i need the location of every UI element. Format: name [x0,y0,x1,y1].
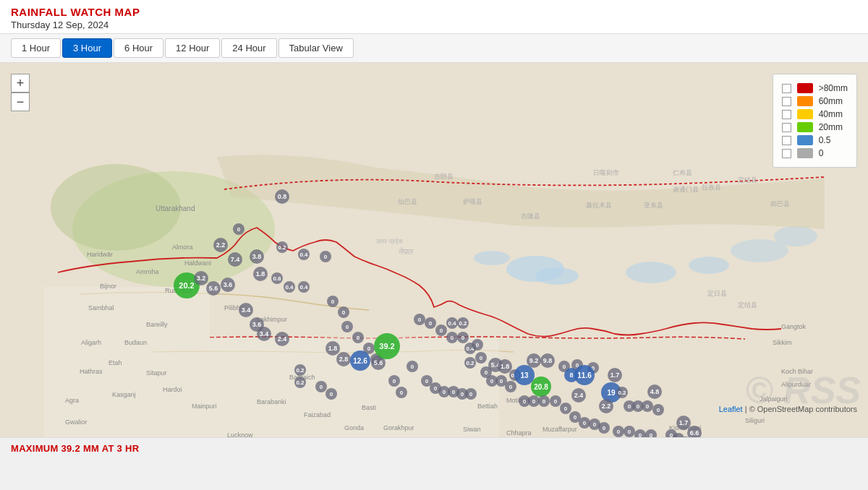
zoom-out-button[interactable]: − [11,93,30,111]
marker[interactable]: 3.4 [257,327,271,341]
marker[interactable]: 0 [341,321,353,332]
marker[interactable]: 0 [634,429,646,437]
leaflet-link[interactable]: Leaflet [719,405,743,413]
legend-checkbox[interactable] [782,110,791,119]
marker[interactable]: 0 [465,388,477,400]
marker[interactable]: 0.2 [457,317,469,329]
legend-item-40mm[interactable]: 40mm [782,109,848,119]
marker[interactable]: 0.4 [284,281,295,293]
marker[interactable]: 9.8 [540,353,555,368]
marker[interactable]: 0 [642,400,653,412]
marker[interactable]: 0 [598,422,610,434]
legend-checkbox[interactable] [782,97,791,106]
marker[interactable]: 6.6 [687,426,702,437]
marker[interactable]: 0 [624,426,635,437]
marker[interactable]: 0 [645,429,657,437]
marker[interactable]: 0 [446,332,458,343]
legend-item-20mm[interactable]: 20mm [782,122,848,132]
marker[interactable]: 11.6 [574,365,595,385]
marker[interactable]: 0 [326,388,337,400]
marker[interactable]: 0 [352,332,364,343]
marker[interactable]: 0.4 [446,317,458,329]
legend-checkbox[interactable] [782,123,791,132]
tab-tabular[interactable]: Tabular View [278,38,354,58]
marker[interactable]: 0 [233,223,244,235]
tab-12hr[interactable]: 12 Hour [165,38,220,58]
marker[interactable]: 0 [560,403,571,414]
svg-text:吉隆县: 吉隆县 [521,212,540,220]
marker[interactable]: 1.8 [253,267,268,281]
legend-checkbox[interactable] [782,136,791,145]
svg-text:Almora: Almora [172,244,193,251]
marker[interactable]: 2.2 [213,238,228,252]
marker[interactable]: 0 [327,296,339,307]
svg-text:Aligarh: Aligarh [81,339,101,346]
marker[interactable]: 39.2 [374,333,400,359]
zoom-in-button[interactable]: + [11,74,30,93]
marker[interactable]: 2.4 [275,332,289,346]
marker[interactable]: 12.6 [350,351,370,371]
tab-1hr[interactable]: 1 Hour [11,38,61,58]
marker[interactable]: 2.8 [336,352,351,366]
legend-item-0.5[interactable]: 0.5 [782,135,848,145]
svg-text:Koch Bihar: Koch Bihar [781,368,813,375]
marker[interactable]: 7.4 [228,252,242,267]
app-title: RAINFALL WATCH MAP [11,6,857,18]
marker[interactable]: 0.4 [298,249,310,260]
marker[interactable]: 0.2 [616,387,628,398]
marker[interactable]: 4.8 [647,384,662,399]
legend-label: >80mm [819,83,848,93]
marker[interactable]: 0 [538,395,550,407]
tab-3hr[interactable]: 3 Hour [62,38,112,58]
marker[interactable]: 0 [550,395,561,407]
marker[interactable]: 0 [472,339,483,351]
marker[interactable]: 0 [396,387,407,398]
legend-item-0[interactable]: 0 [782,148,848,158]
marker[interactable]: 0 [388,375,400,387]
marker[interactable]: 3.6 [221,278,235,292]
marker[interactable]: 0 [613,426,624,437]
legend-checkbox[interactable] [782,84,791,93]
marker[interactable]: 5.6 [206,281,221,296]
svg-rect-11 [43,287,210,437]
svg-text:仙巴县: 仙巴县 [398,198,417,205]
marker[interactable]: 0 [652,404,664,416]
marker[interactable]: 0 [457,332,469,343]
map-container[interactable]: Uttarakhand Haridwār Almora Amroha Haldw… [0,63,868,437]
marker[interactable]: 0 [338,306,349,318]
marker[interactable]: 0.4 [298,281,310,293]
marker[interactable]: 0 [425,317,436,329]
marker[interactable]: 2.2 [599,399,613,413]
tab-6hr[interactable]: 6 Hour [114,38,163,58]
marker[interactable]: 0 [320,251,331,262]
marker[interactable]: 0 [505,381,516,392]
marker[interactable]: 0.2 [276,241,288,253]
marker[interactable]: 0 [475,352,487,364]
marker[interactable]: 20.8 [531,377,551,397]
legend-label: 0 [819,148,824,158]
legend-label: 60mm [819,96,843,106]
marker[interactable]: 0 [315,381,327,392]
marker[interactable]: 0.8 [271,272,283,284]
svg-text:Gonda: Gonda [344,424,364,431]
marker[interactable]: 0.8 [275,189,289,204]
marker[interactable]: 2.4 [571,388,586,403]
max-rainfall-label: MAXIMUM 39.2 MM AT 3 HR [11,443,139,454]
marker[interactable]: 0.2 [464,357,476,369]
marker[interactable]: 0 [414,314,425,325]
legend-item-80mm[interactable]: >80mm [782,83,848,93]
header: RAINFALL WATCH MAP Thursday 12 Sep, 2024 [0,0,868,34]
marker[interactable]: 0 [407,361,418,372]
marker[interactable]: 0.2 [294,377,306,388]
svg-text:Haridwār: Haridwār [87,251,113,258]
svg-text:नेपाल: नेपाल [398,247,414,256]
marker[interactable]: 0.2 [294,364,306,376]
marker[interactable]: 0 [435,324,447,336]
marker[interactable]: 3.8 [250,249,264,264]
marker[interactable]: 3.2 [194,271,208,285]
legend-checkbox[interactable] [782,149,791,158]
marker[interactable]: 1.7 [608,368,622,382]
tab-24hr[interactable]: 24 Hour [221,38,276,58]
legend-item-60mm[interactable]: 60mm [782,96,848,106]
marker[interactable]: 3.4 [239,303,253,317]
